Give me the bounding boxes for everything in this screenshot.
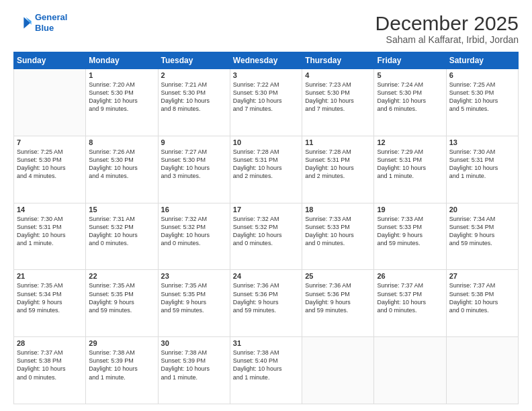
day-number: 13 [449,138,515,146]
day-number: 28 [17,339,83,347]
day-info: Sunrise: 7:28 AM Sunset: 5:31 PM Dayligh… [233,148,299,181]
day-number: 10 [233,138,299,146]
day-info: Sunrise: 7:29 AM Sunset: 5:31 PM Dayligh… [377,148,443,181]
day-info: Sunrise: 7:35 AM Sunset: 5:35 PM Dayligh… [89,281,154,314]
col-thursday: Thursday [302,52,374,69]
title-block: December 2025 Saham al Kaffarat, Irbid, … [375,12,519,45]
day-number: 14 [17,205,83,214]
table-row [302,337,374,404]
day-info: Sunrise: 7:24 AM Sunset: 5:30 PM Dayligh… [377,81,443,113]
table-row: 26Sunrise: 7:37 AM Sunset: 5:37 PM Dayli… [374,270,446,337]
day-info: Sunrise: 7:33 AM Sunset: 5:33 PM Dayligh… [377,215,443,248]
day-info: Sunrise: 7:26 AM Sunset: 5:30 PM Dayligh… [89,148,154,181]
table-row [374,337,446,404]
table-row: 27Sunrise: 7:37 AM Sunset: 5:38 PM Dayli… [446,270,518,337]
day-info: Sunrise: 7:23 AM Sunset: 5:30 PM Dayligh… [305,81,371,113]
day-info: Sunrise: 7:38 AM Sunset: 5:40 PM Dayligh… [233,349,299,381]
day-info: Sunrise: 7:36 AM Sunset: 5:36 PM Dayligh… [305,281,371,314]
table-row: 6Sunrise: 7:25 AM Sunset: 5:30 PM Daylig… [446,69,518,136]
day-number: 29 [89,339,154,347]
table-row [446,337,518,404]
day-info: Sunrise: 7:27 AM Sunset: 5:30 PM Dayligh… [161,148,227,181]
day-info: Sunrise: 7:25 AM Sunset: 5:30 PM Dayligh… [17,148,83,181]
col-wednesday: Wednesday [230,52,302,69]
table-row: 21Sunrise: 7:35 AM Sunset: 5:34 PM Dayli… [14,270,86,337]
table-row: 17Sunrise: 7:32 AM Sunset: 5:32 PM Dayli… [230,203,302,270]
table-row: 15Sunrise: 7:31 AM Sunset: 5:32 PM Dayli… [86,203,158,270]
day-number: 18 [305,205,371,214]
table-row: 19Sunrise: 7:33 AM Sunset: 5:33 PM Dayli… [374,203,446,270]
table-row: 14Sunrise: 7:30 AM Sunset: 5:31 PM Dayli… [14,203,86,270]
day-number: 20 [449,205,515,214]
day-info: Sunrise: 7:36 AM Sunset: 5:36 PM Dayligh… [233,281,299,314]
table-row: 9Sunrise: 7:27 AM Sunset: 5:30 PM Daylig… [158,136,230,203]
day-info: Sunrise: 7:33 AM Sunset: 5:33 PM Dayligh… [305,215,371,248]
table-row: 13Sunrise: 7:30 AM Sunset: 5:31 PM Dayli… [446,136,518,203]
day-number: 4 [305,71,371,79]
day-number: 30 [161,339,227,347]
day-number: 3 [233,71,299,79]
day-number: 22 [89,272,154,280]
day-info: Sunrise: 7:38 AM Sunset: 5:39 PM Dayligh… [89,349,154,381]
day-number: 24 [233,272,299,280]
table-row: 28Sunrise: 7:37 AM Sunset: 5:38 PM Dayli… [14,337,86,404]
table-row: 30Sunrise: 7:38 AM Sunset: 5:39 PM Dayli… [158,337,230,404]
col-sunday: Sunday [14,52,86,69]
calendar-week-row: 1Sunrise: 7:20 AM Sunset: 5:30 PM Daylig… [14,69,519,136]
day-number: 19 [377,205,443,214]
table-row [14,69,86,136]
table-row: 25Sunrise: 7:36 AM Sunset: 5:36 PM Dayli… [302,270,374,337]
col-friday: Friday [374,52,446,69]
day-number: 2 [161,71,227,79]
logo-text: General Blue [35,12,67,33]
month-title: December 2025 [375,12,519,34]
table-row: 1Sunrise: 7:20 AM Sunset: 5:30 PM Daylig… [86,69,158,136]
day-info: Sunrise: 7:21 AM Sunset: 5:30 PM Dayligh… [161,81,227,113]
day-number: 31 [233,339,299,347]
table-row: 12Sunrise: 7:29 AM Sunset: 5:31 PM Dayli… [374,136,446,203]
day-number: 7 [17,138,83,146]
day-number: 26 [377,272,443,280]
table-row: 20Sunrise: 7:34 AM Sunset: 5:34 PM Dayli… [446,203,518,270]
table-row: 29Sunrise: 7:38 AM Sunset: 5:39 PM Dayli… [86,337,158,404]
table-row: 10Sunrise: 7:28 AM Sunset: 5:31 PM Dayli… [230,136,302,203]
day-number: 21 [17,272,83,280]
day-info: Sunrise: 7:35 AM Sunset: 5:35 PM Dayligh… [161,281,227,314]
calendar-week-row: 28Sunrise: 7:37 AM Sunset: 5:38 PM Dayli… [14,337,519,404]
col-monday: Monday [86,52,158,69]
day-number: 17 [233,205,299,214]
day-info: Sunrise: 7:38 AM Sunset: 5:39 PM Dayligh… [161,349,227,381]
day-info: Sunrise: 7:30 AM Sunset: 5:31 PM Dayligh… [449,148,515,181]
table-row: 7Sunrise: 7:25 AM Sunset: 5:30 PM Daylig… [14,136,86,203]
table-row: 3Sunrise: 7:22 AM Sunset: 5:30 PM Daylig… [230,69,302,136]
day-number: 1 [89,71,154,79]
table-row: 4Sunrise: 7:23 AM Sunset: 5:30 PM Daylig… [302,69,374,136]
page: General Blue December 2025 Saham al Kaff… [0,0,532,411]
day-info: Sunrise: 7:31 AM Sunset: 5:32 PM Dayligh… [89,215,154,248]
header: General Blue December 2025 Saham al Kaff… [13,12,519,45]
table-row: 31Sunrise: 7:38 AM Sunset: 5:40 PM Dayli… [230,337,302,404]
day-number: 15 [89,205,154,214]
day-info: Sunrise: 7:37 AM Sunset: 5:37 PM Dayligh… [377,281,443,314]
calendar-table: Sunday Monday Tuesday Wednesday Thursday… [13,52,519,404]
table-row: 18Sunrise: 7:33 AM Sunset: 5:33 PM Dayli… [302,203,374,270]
day-number: 16 [161,205,227,214]
day-number: 11 [305,138,371,146]
table-row: 22Sunrise: 7:35 AM Sunset: 5:35 PM Dayli… [86,270,158,337]
day-number: 8 [89,138,154,146]
calendar-week-row: 14Sunrise: 7:30 AM Sunset: 5:31 PM Dayli… [14,203,519,270]
day-info: Sunrise: 7:37 AM Sunset: 5:38 PM Dayligh… [17,349,83,381]
day-number: 9 [161,138,227,146]
day-info: Sunrise: 7:37 AM Sunset: 5:38 PM Dayligh… [449,281,515,314]
day-info: Sunrise: 7:20 AM Sunset: 5:30 PM Dayligh… [89,81,154,113]
calendar-header-row: Sunday Monday Tuesday Wednesday Thursday… [14,52,519,69]
table-row: 11Sunrise: 7:28 AM Sunset: 5:31 PM Dayli… [302,136,374,203]
col-saturday: Saturday [446,52,518,69]
calendar-week-row: 21Sunrise: 7:35 AM Sunset: 5:34 PM Dayli… [14,270,519,337]
day-number: 23 [161,272,227,280]
day-info: Sunrise: 7:25 AM Sunset: 5:30 PM Dayligh… [449,81,515,113]
logo: General Blue [13,12,67,33]
day-info: Sunrise: 7:35 AM Sunset: 5:34 PM Dayligh… [17,281,83,314]
logo-icon [13,13,32,32]
day-info: Sunrise: 7:28 AM Sunset: 5:31 PM Dayligh… [305,148,371,181]
